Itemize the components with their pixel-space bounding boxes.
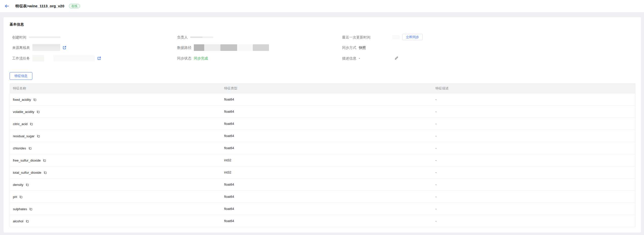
page-header: 特征表>wine_1113_org_v20 在线: [0, 0, 644, 12]
table-row: total_sulfur_dioxide int32 -: [10, 166, 635, 179]
feature-type: int32: [221, 166, 432, 179]
field-owner: 负责人: [177, 34, 213, 40]
description-value: -: [359, 56, 360, 61]
external-link-icon[interactable]: [97, 56, 101, 60]
feature-table: 特征名称 特征类型 特征描述 fixed_acidity float64 - v…: [10, 83, 635, 227]
field-last-update: 最近一次更新时间 立即同步: [342, 34, 423, 40]
feature-desc: -: [432, 203, 635, 215]
feature-type: float64: [221, 142, 432, 154]
feature-info-tab-button[interactable]: 特征信息: [10, 72, 32, 80]
feature-name: pH: [13, 195, 17, 199]
status-badge: 在线: [69, 4, 80, 8]
table-row: chlorides float64 -: [10, 142, 635, 154]
column-header-type: 特征类型: [221, 84, 432, 93]
sync-now-button[interactable]: 立即同步: [402, 34, 423, 40]
copy-icon[interactable]: [37, 110, 40, 113]
table-row: free_sulfur_dioxide int32 -: [10, 154, 635, 166]
copy-icon[interactable]: [30, 122, 33, 126]
copy-icon[interactable]: [43, 159, 46, 162]
feature-desc: -: [432, 106, 635, 118]
feature-name: chlorides: [13, 146, 26, 150]
feature-name: fixed_acidity: [13, 98, 31, 102]
sync-status-label: 同步状态: [177, 56, 191, 61]
feature-name: sulphates: [13, 207, 27, 211]
feature-desc: -: [432, 130, 635, 142]
feature-type: float64: [221, 106, 432, 118]
table-row: alcohol float64 -: [10, 215, 635, 227]
feature-desc: -: [432, 166, 635, 179]
copy-icon[interactable]: [44, 171, 47, 174]
feature-name: volatile_acidity: [13, 110, 34, 114]
feature-name: density: [13, 183, 23, 187]
sync-method-value: 快照: [359, 45, 366, 50]
field-source-table: 来源离线表: [12, 44, 66, 51]
field-create-time: 创建时间: [12, 34, 60, 40]
feature-type: float64: [221, 215, 432, 227]
copy-icon[interactable]: [19, 195, 23, 199]
copy-icon[interactable]: [33, 98, 36, 101]
description-label: 描述信息: [342, 56, 356, 61]
detail-card: 基本信息 创建时间 负责人 最近一次更新时间 立即同步 来源离线表 数据路径: [4, 17, 641, 232]
owner-label: 负责人: [177, 35, 188, 40]
external-link-icon[interactable]: [63, 46, 66, 49]
table-row: volatile_acidity float64 -: [10, 106, 635, 118]
table-row: residual_sugar float64 -: [10, 130, 635, 142]
feature-table-body: fixed_acidity float64 - volatile_acidity…: [10, 93, 635, 227]
page-title: 特征表>wine_1113_org_v20: [15, 4, 64, 9]
redacted-value: [190, 36, 213, 38]
field-sync-method: 同步方式 快照: [342, 44, 366, 51]
feature-type: float64: [221, 130, 432, 142]
last-update-label: 最近一次更新时间: [342, 35, 370, 40]
field-workflow: 工作流任务: [12, 55, 101, 62]
table-header-row: 特征名称 特征类型 特征描述: [10, 84, 635, 93]
column-header-desc: 特征描述: [432, 84, 635, 93]
copy-icon[interactable]: [29, 207, 32, 211]
feature-name: residual_sugar: [13, 134, 34, 138]
copy-icon[interactable]: [26, 183, 29, 186]
feature-type: int32: [221, 154, 432, 166]
feature-type: float64: [221, 203, 432, 215]
feature-desc: -: [432, 154, 635, 166]
feature-desc: -: [432, 191, 635, 203]
feature-type: float64: [221, 118, 432, 130]
table-row: citric_acid float64 -: [10, 118, 635, 130]
column-header-name: 特征名称: [10, 84, 221, 93]
feature-desc: -: [432, 118, 635, 130]
copy-icon[interactable]: [26, 220, 29, 223]
pencil-icon[interactable]: [394, 56, 398, 60]
feature-name: free_sulfur_dioxide: [13, 159, 41, 162]
field-description: 描述信息 -: [342, 55, 398, 62]
redacted-value: [194, 44, 269, 51]
sync-method-label: 同步方式: [342, 45, 356, 50]
table-row: sulphates float64 -: [10, 203, 635, 215]
basic-info-title: 基本信息: [10, 22, 24, 27]
redacted-value: [392, 35, 400, 39]
table-row: fixed_acidity float64 -: [10, 93, 635, 106]
feature-type: float64: [221, 93, 432, 106]
copy-icon[interactable]: [29, 147, 32, 150]
redacted-value: [32, 44, 60, 51]
sync-status-value: 同步完成: [194, 56, 208, 61]
feature-name: alcohol: [13, 219, 23, 223]
feature-name: citric_acid: [13, 122, 28, 126]
feature-type: float64: [221, 179, 432, 191]
field-data-path: 数据路径: [177, 44, 269, 51]
copy-icon[interactable]: [37, 134, 40, 138]
redacted-value: [32, 55, 95, 62]
feature-type: float64: [221, 191, 432, 203]
create-time-label: 创建时间: [12, 35, 26, 40]
data-path-label: 数据路径: [177, 45, 191, 50]
feature-desc: -: [432, 215, 635, 227]
back-arrow-icon[interactable]: [4, 4, 9, 9]
feature-desc: -: [432, 179, 635, 191]
field-sync-status: 同步状态 同步完成: [177, 55, 208, 62]
redacted-value: [29, 36, 60, 38]
workflow-label: 工作流任务: [12, 56, 30, 61]
table-row: density float64 -: [10, 179, 635, 191]
feature-desc: -: [432, 142, 635, 154]
feature-desc: -: [432, 93, 635, 106]
source-table-label: 来源离线表: [12, 45, 30, 50]
feature-name: total_sulfur_dioxide: [13, 171, 41, 174]
table-row: pH float64 -: [10, 191, 635, 203]
